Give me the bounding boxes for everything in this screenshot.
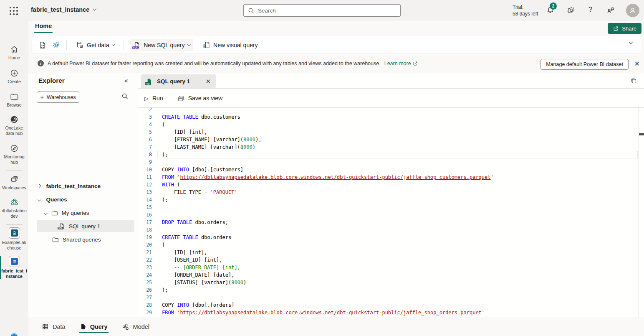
- rail-item-browse[interactable]: Browse: [0, 92, 28, 108]
- share-button[interactable]: Share: [608, 23, 641, 34]
- code-line[interactable]: 10COPY INTO [dbo].[customers]: [138, 166, 644, 173]
- new-visual-query-button[interactable]: New visual query: [199, 38, 261, 51]
- line-code: [ID] [int],: [152, 129, 207, 135]
- manage-default-dataset-button[interactable]: Manage default Power BI dataset: [540, 59, 629, 70]
- line-code: CREATE TABLE dbo.orders: [152, 234, 231, 240]
- plus-circle-icon: [10, 69, 19, 78]
- code-line[interactable]: 25 [STATUS] [varchar](8000): [138, 279, 644, 286]
- code-line[interactable]: 22 [USER_ID] [int],: [138, 256, 644, 264]
- code-line[interactable]: 16: [138, 211, 644, 219]
- code-line[interactable]: 29FROM 'https://dbtlabsynapsedatalake.bl…: [138, 309, 644, 316]
- banner-close-icon[interactable]: ✕: [634, 60, 640, 68]
- line-number: 26: [138, 287, 152, 293]
- line-code: [USER_ID] [int],: [152, 257, 222, 263]
- line-number: 27: [138, 295, 152, 300]
- get-data-button[interactable]: Get data: [73, 38, 118, 51]
- tab-query[interactable]: Query: [79, 317, 109, 336]
- sql-file-icon: SQL: [133, 41, 141, 49]
- account-avatar[interactable]: [626, 4, 639, 17]
- rail-item-onelake-data-hub[interactable]: OneLake data hub: [0, 115, 28, 136]
- line-number: 28: [138, 302, 152, 308]
- line-code: );: [152, 287, 168, 293]
- rail-item-monitoring-hub[interactable]: Monitoring hub: [0, 144, 28, 165]
- line-number: 17: [138, 219, 152, 225]
- copy-icon[interactable]: [630, 77, 637, 84]
- tree-item-shared-queries[interactable]: Shared queries: [32, 234, 138, 245]
- code-line[interactable]: 9: [138, 158, 644, 166]
- app-launcher-icon[interactable]: [8, 5, 19, 16]
- view-switcher-bar: Data Query Model: [28, 317, 644, 336]
- query-settings-gear-button[interactable]: [53, 41, 61, 49]
- new-sql-query-button[interactable]: SQL New SQL query: [130, 39, 193, 51]
- line-code: [LAST_NAME] [varchar](8000): [152, 144, 255, 150]
- save-as-view-button[interactable]: Save as view: [177, 95, 222, 102]
- left-nav-rail: Home Create Browse OneLake data hub Moni…: [0, 21, 28, 336]
- rail-item-workspaces[interactable]: Workspaces: [0, 175, 28, 191]
- tab-model[interactable]: Model: [121, 317, 151, 336]
- query-document-icon: [80, 323, 86, 330]
- feedback-icon[interactable]: [606, 6, 615, 15]
- code-line[interactable]: 27: [138, 294, 644, 301]
- rail-item-create[interactable]: Create: [0, 69, 28, 84]
- collapse-ribbon-chevron[interactable]: [629, 40, 633, 44]
- data-grid-icon: [42, 323, 49, 330]
- code-line[interactable]: 18: [138, 226, 644, 234]
- settings-gear-icon[interactable]: [567, 6, 576, 15]
- collapse-panel-icon[interactable]: «: [124, 77, 128, 84]
- model-diagram-icon: [122, 323, 129, 331]
- code-line[interactable]: 7 [LAST_NAME] [varchar](8000): [138, 143, 644, 151]
- rail-item-dbtlabsfabricdev[interactable]: dbtlabsfabricdev: [0, 197, 28, 219]
- rail-item-data-warehouse[interactable]: Data Warehouse: [0, 331, 28, 336]
- lakehouse-icon: [9, 227, 20, 239]
- code-line[interactable]: 11FROM 'https://dbtlabsynapsedatalake.bl…: [138, 173, 644, 181]
- tab-home[interactable]: Home: [35, 23, 52, 29]
- line-number: 25: [138, 280, 152, 285]
- code-line[interactable]: 6 [FIRST_NAME] [varchar](8000),: [138, 136, 644, 143]
- help-icon[interactable]: ?: [588, 5, 592, 14]
- rail-item-home[interactable]: Home: [0, 45, 28, 61]
- code-line[interactable]: 17DROP TABLE dbo.orders;: [138, 219, 644, 226]
- run-button[interactable]: ▷ Run: [144, 95, 163, 102]
- refresh-document-button[interactable]: [38, 41, 47, 49]
- code-line[interactable]: 2: [138, 108, 644, 113]
- rail-item-fabric-test-instance[interactable]: fabric_test_instance: [0, 256, 28, 279]
- code-line[interactable]: 24 [ORDER_DATE] [date],: [138, 271, 644, 279]
- code-line[interactable]: 23 -- [ORDER_DATE] [int],: [138, 264, 644, 271]
- line-code: -- [ORDER_DATE] [int],: [152, 265, 240, 270]
- line-code: DROP TABLE dbo.orders;: [152, 219, 228, 225]
- line-number: 11: [138, 174, 152, 180]
- tree-item-queries[interactable]: Queries: [32, 193, 138, 205]
- workspace-switcher[interactable]: fabric_test_instance: [31, 6, 96, 13]
- explorer-search-icon[interactable]: [121, 93, 129, 100]
- code-line[interactable]: 20(: [138, 241, 644, 249]
- person-icon: [629, 7, 636, 14]
- code-line[interactable]: 3CREATE TABLE dbo.customers: [138, 113, 644, 121]
- code-line[interactable]: 21 [ID] [int],: [138, 249, 644, 256]
- code-area[interactable]: 23CREATE TABLE dbo.customers4(5 [ID] [in…: [138, 108, 644, 317]
- rail-item-examplelakehouse[interactable]: ExampleLakehouse: [0, 227, 28, 251]
- line-number: 21: [138, 249, 152, 255]
- code-line[interactable]: 5 [ID] [int],: [138, 128, 644, 136]
- query-tab[interactable]: SQL SQL query 1 ✕: [141, 74, 216, 88]
- code-line[interactable]: 13 FILE_TYPE = 'PARQUET': [138, 188, 644, 196]
- tree-item-sql-query-1[interactable]: SQL SQL query 1: [37, 220, 134, 232]
- editor-scrollbar-thumb[interactable]: [639, 133, 644, 135]
- code-line[interactable]: 19CREATE TABLE dbo.orders: [138, 234, 644, 241]
- code-line[interactable]: 4(: [138, 121, 644, 128]
- editor-scrollbar-track[interactable]: [639, 108, 639, 317]
- close-tab-icon[interactable]: ✕: [205, 78, 211, 85]
- tree-item-warehouse-root[interactable]: fabric_test_instance: [32, 180, 138, 192]
- new-warehouse-button[interactable]: + Warehouses: [37, 92, 79, 103]
- learn-more-link[interactable]: Learn more: [384, 61, 418, 66]
- line-code: [STATUS] [varchar](8000): [152, 280, 246, 285]
- code-line[interactable]: 26);: [138, 286, 644, 294]
- code-line[interactable]: 12WITH (: [138, 181, 644, 188]
- warehouse-icon: [9, 256, 20, 267]
- tree-item-my-queries[interactable]: My queries: [32, 207, 138, 219]
- code-line[interactable]: 15: [138, 204, 644, 211]
- search-input[interactable]: Search: [243, 4, 401, 17]
- tab-data[interactable]: Data: [41, 317, 66, 336]
- code-line[interactable]: 8);: [138, 151, 644, 158]
- code-line[interactable]: 28COPY INTO [dbo].[orders]: [138, 301, 644, 309]
- code-line[interactable]: 14);: [138, 196, 644, 204]
